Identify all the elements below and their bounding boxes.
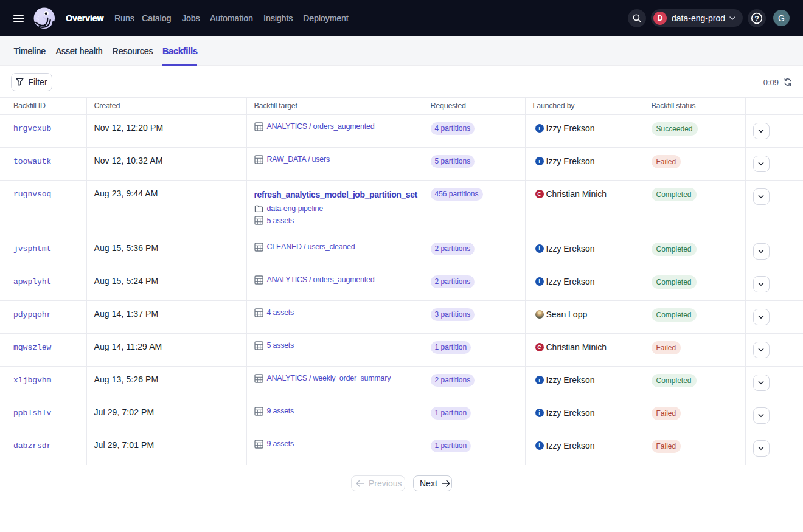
svg-text:?: ? bbox=[754, 14, 759, 22]
